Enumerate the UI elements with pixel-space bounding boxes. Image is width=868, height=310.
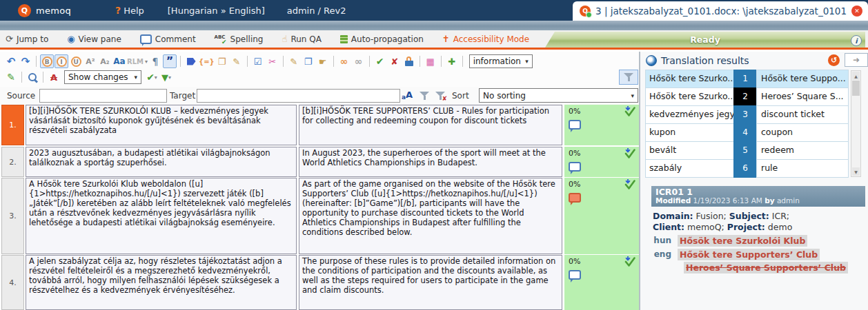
source-cell[interactable]: A Hősök tere Szurkolói Klub weboldalon (… — [26, 178, 297, 254]
result-row[interactable]: szabály 6 rule — [646, 160, 850, 178]
sort-dropdown[interactable]: No sorting ▾ — [479, 88, 638, 103]
document-tab[interactable]: Q 3 | jatekszabalyzat_0101.docx: \jateks… — [573, 1, 868, 21]
result-row[interactable]: kedvezményes jegy 3 discount ticket — [646, 106, 850, 124]
split-segment-icon[interactable]: ∞ — [352, 54, 366, 68]
highlight-icon[interactable]: ✎ — [4, 70, 18, 84]
rlm-label: RLM — [127, 58, 144, 65]
subject-value: ICR; — [769, 211, 789, 221]
segment-number[interactable]: 4. — [1, 255, 24, 310]
concordance-icon[interactable]: ▦ — [424, 54, 437, 68]
lock-segment-icon[interactable] — [402, 54, 416, 68]
result-target: coupon — [756, 123, 849, 142]
info-icon[interactable]: i — [851, 35, 862, 46]
undo-icon[interactable]: ↶ — [4, 54, 18, 68]
target-cell[interactable]: The purpose of these rules is to provide… — [299, 255, 562, 310]
reject-icon[interactable]: ✘ — [388, 54, 402, 68]
insert-all-tags-icon[interactable]: {=} — [199, 54, 215, 68]
superscript-icon[interactable]: A² — [83, 54, 97, 68]
source-cell[interactable]: [b][i]HŐSÖK TERE SZURKOLÓI KLUB – kedvez… — [26, 105, 297, 145]
segment-row-2: 2. 2023 augusztusában, a budapesti atlét… — [0, 147, 639, 177]
push-changes-icon[interactable]: ☛ — [316, 54, 330, 68]
rlm-dropdown[interactable]: RLM▾ — [127, 54, 148, 68]
confirmed-status-icon[interactable] — [624, 256, 635, 267]
ribbon-row-2: ✎ A Show changes ▾ ✔▾ ▼▾ — [4, 70, 173, 84]
next-result-button[interactable]: ➜ — [845, 53, 868, 67]
remove-tags-icon[interactable]: ✂ — [266, 54, 279, 68]
scrollbar-thumb[interactable] — [852, 81, 860, 96]
filter-clear-icon[interactable]: ✘ — [435, 92, 445, 100]
jump-to-button[interactable]: ⟳ Jump to — [6, 34, 48, 44]
italic-icon[interactable]: I — [55, 54, 68, 68]
find-icon[interactable] — [26, 70, 39, 84]
confirm-split-button[interactable]: ✔▾ — [145, 70, 159, 84]
target-filter-label: Target — [170, 91, 195, 101]
confirm-icon[interactable]: ✔ — [373, 54, 387, 68]
goto-next-button[interactable]: ▼▾ — [159, 70, 173, 84]
close-tab-icon[interactable]: ✕ — [851, 6, 862, 17]
auto-propagation-button[interactable]: Auto-propagation — [340, 34, 424, 44]
status-cell: 0% — [564, 105, 639, 145]
sort-dropdown-value: No sorting — [483, 91, 526, 101]
view-pane-button[interactable]: ◉ View pane — [67, 34, 121, 44]
segment-number[interactable]: 2. — [1, 147, 24, 177]
jump-to-icon: ⟳ — [6, 34, 13, 44]
change-case-icon[interactable]: Aa — [112, 54, 126, 68]
results-scrollbar[interactable]: ▲ ▼ — [851, 70, 861, 177]
join-segments-icon[interactable]: ∞ — [337, 54, 351, 68]
separator — [247, 56, 248, 67]
smart-quotes-icon[interactable]: ” — [163, 54, 177, 68]
information-dropdown[interactable]: information ▾ — [469, 54, 533, 68]
tag-commands-icon[interactable]: ☑ — [251, 54, 265, 68]
results-eye-icon — [646, 55, 657, 66]
run-qa-button[interactable]: ☝ Run QA — [282, 34, 321, 44]
confirmed-status-icon[interactable] — [624, 179, 635, 190]
spelling-button[interactable]: ABC ✔ Spelling — [215, 34, 264, 44]
segment-row-3: 3. A Hősök tere Szurkolói Klub weboldalo… — [0, 178, 639, 254]
confirmed-status-icon[interactable] — [624, 106, 635, 117]
insert-tag-icon[interactable] — [184, 54, 198, 68]
result-row[interactable]: Hősök tere Szurko... 1 Hősök tere Suppo.… — [646, 70, 850, 88]
result-row[interactable]: kupon 4 coupon — [646, 124, 850, 142]
copy-tags-icon[interactable]: ❐ — [215, 54, 229, 68]
comment-button[interactable]: Comment — [140, 34, 196, 44]
formatting-marks-icon[interactable]: ¶ — [148, 54, 162, 68]
scroll-down-icon[interactable]: ▼ — [852, 167, 860, 176]
filter-apply-icon[interactable] — [420, 92, 429, 100]
target-cell[interactable]: In August 2023, the superheroes of the s… — [299, 147, 562, 177]
comment-icon[interactable] — [569, 120, 581, 130]
target-cell[interactable]: [b][i]HŐSÖK TERE SUPPORTERS’ CLUB - Rule… — [299, 105, 562, 145]
edit-source-icon[interactable]: ✎ — [287, 54, 301, 68]
source-filter-input[interactable] — [39, 89, 167, 103]
bold-icon[interactable]: B — [40, 54, 54, 68]
scroll-up-icon[interactable]: ▲ — [852, 72, 860, 80]
help-button[interactable]: ? Help — [115, 5, 144, 16]
segment-number[interactable]: 3. — [1, 178, 24, 254]
client-label: Client: — [653, 222, 684, 232]
refresh-results-icon[interactable]: ↺ — [828, 54, 840, 66]
show-changes-dropdown[interactable]: Show changes ▾ — [64, 70, 141, 84]
track-changes-icon[interactable]: A — [47, 70, 61, 84]
segment-number[interactable]: 1. — [1, 105, 24, 145]
comment-icon[interactable] — [569, 162, 581, 172]
source-cell[interactable]: A jelen szabályzat célja az, hogy részle… — [26, 255, 297, 310]
target-cell[interactable]: As part of the game organised on the web… — [299, 178, 562, 254]
result-row[interactable]: bevált 5 redeem — [646, 142, 850, 160]
case-sensitive-icon[interactable]: aA — [402, 90, 413, 101]
comment-icon[interactable] — [569, 270, 581, 280]
filter-button[interactable] — [619, 70, 638, 85]
result-row[interactable]: Hősök tere Szurko... 2 Heroes’ Square S.… — [646, 88, 850, 106]
target-filter-input[interactable] — [197, 89, 400, 103]
source-cell[interactable]: 2023 augusztusában, a budapesti atlétika… — [26, 147, 297, 177]
underline-icon[interactable]: U — [69, 54, 83, 68]
comment-filled-icon[interactable] — [569, 193, 581, 203]
add-note-icon[interactable]: ✚ — [445, 54, 459, 68]
redo-icon[interactable]: ↷ — [19, 54, 32, 68]
by-label: by — [765, 196, 774, 205]
accessibility-mode-button[interactable]: ✝ Accessibility Mode — [442, 34, 529, 44]
window-chrome-strip — [0, 21, 868, 30]
subscript-icon[interactable]: A₂ — [98, 54, 112, 68]
meta-line-2: Client: memoQ; Project: demo — [653, 222, 864, 233]
copy-source-to-target-icon[interactable]: ❐ — [302, 54, 315, 68]
confirmed-status-icon[interactable] — [624, 148, 635, 159]
edit-tags-icon[interactable]: ✎ — [230, 54, 244, 68]
